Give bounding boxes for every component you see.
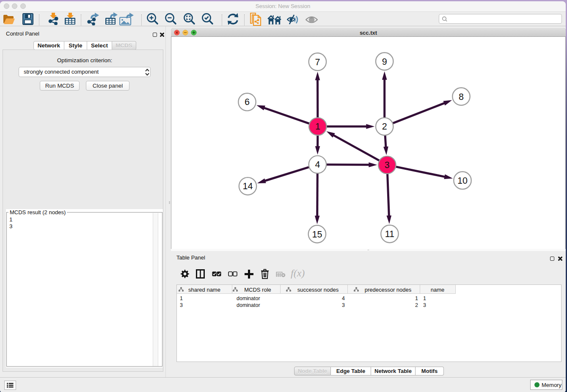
- svg-text:3: 3: [385, 160, 390, 170]
- svg-text:9: 9: [382, 57, 387, 67]
- svg-text:11: 11: [385, 229, 394, 239]
- svg-text:2: 2: [382, 121, 387, 132]
- svg-text:6: 6: [245, 97, 250, 107]
- svg-text:4: 4: [315, 160, 320, 170]
- svg-text:14: 14: [243, 181, 253, 191]
- svg-text:15: 15: [312, 229, 322, 240]
- svg-text:7: 7: [315, 57, 320, 67]
- svg-text:1: 1: [315, 121, 320, 132]
- svg-text:8: 8: [459, 92, 464, 102]
- svg-text:10: 10: [457, 176, 468, 186]
